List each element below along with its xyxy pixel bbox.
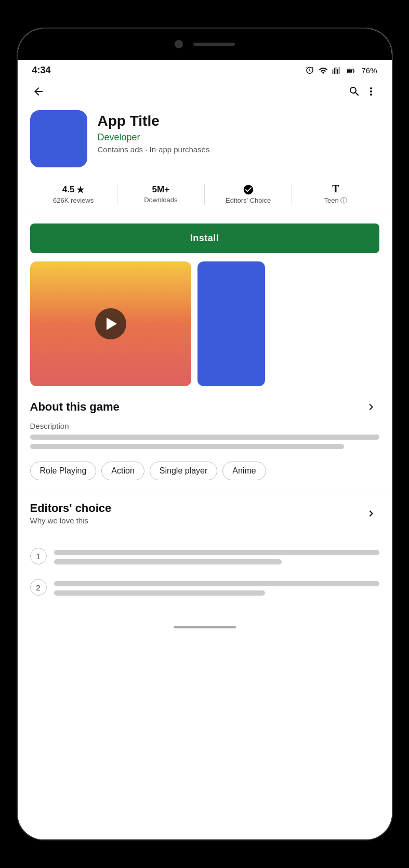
signal-icon — [332, 66, 341, 75]
screenshots-section — [18, 261, 392, 386]
play-button[interactable] — [95, 308, 126, 339]
desc-line-1 — [30, 435, 379, 440]
editors-choice-label: Editors' Choice — [205, 196, 292, 204]
svg-rect-2 — [348, 69, 352, 72]
app-icon — [30, 110, 87, 167]
screenshot-1[interactable] — [30, 261, 191, 386]
item2-line1 — [54, 581, 379, 586]
speaker-bar — [193, 43, 235, 46]
install-section: Install — [18, 215, 392, 261]
app-developer[interactable]: Developer — [98, 132, 379, 143]
editors-arrow-button[interactable] — [363, 505, 379, 522]
editors-arrow-icon — [365, 507, 377, 520]
bottom-indicator — [174, 626, 236, 628]
more-icon — [365, 85, 377, 98]
numbered-list: 1 2 — [18, 540, 392, 621]
item1-line1 — [54, 550, 379, 555]
editors-header: Editors' choice Why we love this — [30, 502, 379, 525]
rating-age-stat: T Teen ⓘ — [292, 183, 379, 205]
item2-line2 — [54, 590, 266, 596]
editors-title: Editors' choice — [30, 502, 112, 515]
status-icons: 76% — [305, 66, 377, 75]
back-icon — [32, 85, 45, 98]
rating-stat: 4.5 ★ 626K reviews — [30, 185, 117, 204]
install-button[interactable]: Install — [30, 223, 379, 253]
item1-line2 — [54, 559, 282, 564]
downloads-stat: 5M+ Downloads — [117, 185, 204, 204]
downloads-value: 5M+ — [117, 185, 204, 195]
desc-label: Description — [30, 422, 379, 430]
editors-title-group: Editors' choice Why we love this — [30, 502, 112, 525]
search-icon — [348, 85, 361, 98]
about-title: About this game — [30, 400, 120, 414]
svg-rect-1 — [354, 70, 355, 72]
about-arrow-icon — [365, 401, 377, 413]
star-icon: ★ — [76, 185, 84, 195]
screenshot-2[interactable] — [197, 261, 265, 386]
about-section: About this game Description — [18, 386, 392, 462]
rating-value: 4.5 ★ — [30, 185, 117, 195]
tag-anime[interactable]: Anime — [222, 462, 266, 480]
tag-single-player[interactable]: Single player — [150, 462, 218, 480]
tag-role-playing[interactable]: Role Playing — [30, 462, 97, 480]
wifi-icon — [319, 66, 328, 75]
tag-action[interactable]: Action — [101, 462, 144, 480]
app-info: App Title Developer Contains ads · In-ap… — [98, 110, 379, 154]
num-lines-1 — [54, 548, 379, 569]
about-header: About this game — [30, 399, 379, 415]
downloads-label: Downloads — [117, 196, 204, 204]
status-bar: 4:34 76% — [18, 60, 392, 79]
numbered-item-2: 2 — [30, 579, 379, 600]
num-circle-2: 2 — [30, 579, 47, 596]
phone-shell: 4:34 76% — [0, 0, 409, 868]
back-button[interactable] — [30, 83, 47, 100]
num-circle-1: 1 — [30, 548, 47, 564]
alarm-icon — [305, 66, 314, 75]
rating-age-value: T — [292, 183, 379, 195]
editors-subtitle: Why we love this — [30, 516, 112, 525]
search-button[interactable] — [346, 83, 363, 100]
camera-dot — [175, 40, 183, 48]
more-button[interactable] — [363, 83, 379, 100]
play-triangle-icon — [107, 318, 117, 330]
nav-bar — [18, 79, 392, 104]
editors-choice-icon — [243, 184, 254, 195]
phone-top-bar — [18, 29, 392, 60]
battery-icon — [346, 66, 357, 75]
phone-body: 4:34 76% — [18, 29, 392, 839]
stats-bar: 4.5 ★ 626K reviews 5M+ Downloads Editors… — [18, 178, 392, 215]
editors-section: Editors' choice Why we love this — [18, 491, 392, 540]
app-header: App Title Developer Contains ads · In-ap… — [18, 104, 392, 178]
rating-label: 626K reviews — [30, 196, 117, 204]
editors-choice-value — [205, 184, 292, 195]
app-title: App Title — [98, 112, 379, 130]
tags-row: Role Playing Action Single player Anime — [18, 462, 392, 491]
screen: 4:34 76% — [18, 60, 392, 839]
battery-text: 76% — [361, 66, 377, 75]
num-lines-2 — [54, 579, 379, 600]
rating-age-label: Teen ⓘ — [292, 196, 379, 205]
about-arrow-button[interactable] — [363, 399, 379, 415]
numbered-item-1: 1 — [30, 548, 379, 569]
editors-choice-stat: Editors' Choice — [205, 184, 292, 204]
app-meta: Contains ads · In-app purchases — [98, 145, 379, 154]
desc-line-2 — [30, 444, 345, 449]
status-time: 4:34 — [32, 65, 51, 76]
